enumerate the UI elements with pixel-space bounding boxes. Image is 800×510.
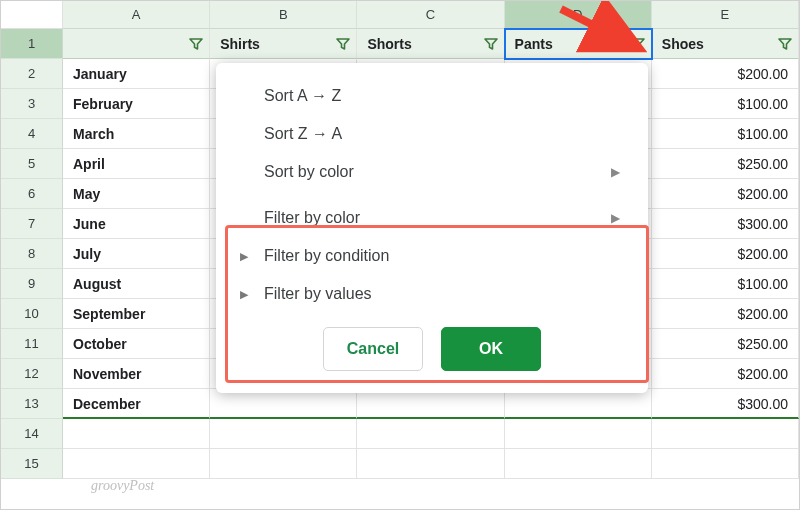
cell[interactable] <box>505 449 652 479</box>
cell-value[interactable]: $200.00 <box>652 59 799 89</box>
cell-month[interactable]: February <box>63 89 210 119</box>
cell-value[interactable]: $200.00 <box>652 239 799 269</box>
menu-sort-a-z[interactable]: Sort A → Z <box>216 77 648 115</box>
cell-month[interactable]: January <box>63 59 210 89</box>
cell[interactable] <box>357 419 504 449</box>
menu-actions: Cancel OK <box>216 313 648 375</box>
filter-icon[interactable] <box>631 38 645 50</box>
table-row: 14 <box>1 419 799 449</box>
row-header[interactable]: 6 <box>1 179 63 209</box>
header-pants: Pants <box>515 36 553 52</box>
cell[interactable] <box>357 389 504 419</box>
menu-sort-by-color[interactable]: Sort by color ▶ <box>216 153 648 191</box>
cell-D1[interactable]: Pants <box>505 29 652 59</box>
menu-filter-by-values[interactable]: ▶ Filter by values <box>216 275 648 313</box>
cell-month[interactable]: March <box>63 119 210 149</box>
cell[interactable] <box>210 389 357 419</box>
cell-value[interactable]: $100.00 <box>652 89 799 119</box>
table-row: 15 <box>1 449 799 479</box>
column-headers-row: A B C D E <box>1 1 799 29</box>
cell[interactable] <box>210 419 357 449</box>
menu-label: Filter by condition <box>264 247 389 265</box>
filter-menu: Sort A → Z Sort Z → A Sort by color ▶ Fi… <box>216 63 648 393</box>
cell-E1[interactable]: Shoes <box>652 29 799 59</box>
cell[interactable] <box>652 449 799 479</box>
row-header[interactable]: 5 <box>1 149 63 179</box>
cell-month[interactable]: August <box>63 269 210 299</box>
cell-month[interactable]: June <box>63 209 210 239</box>
row-header[interactable]: 15 <box>1 449 63 479</box>
cell-month[interactable]: November <box>63 359 210 389</box>
row-header[interactable]: 3 <box>1 89 63 119</box>
header-shirts: Shirts <box>220 36 260 52</box>
cell-C1[interactable]: Shorts <box>357 29 504 59</box>
cell-A1[interactable] <box>63 29 210 59</box>
row-header[interactable]: 10 <box>1 299 63 329</box>
row-header[interactable]: 8 <box>1 239 63 269</box>
col-header-B[interactable]: B <box>210 1 357 29</box>
row-header[interactable]: 9 <box>1 269 63 299</box>
row-header[interactable]: 14 <box>1 419 63 449</box>
submenu-arrow-icon: ▶ <box>611 165 620 179</box>
row-header[interactable]: 12 <box>1 359 63 389</box>
filter-icon[interactable] <box>778 38 792 50</box>
filter-icon[interactable] <box>336 38 350 50</box>
col-header-D[interactable]: D <box>505 1 652 29</box>
menu-filter-by-color[interactable]: Filter by color ▶ <box>216 199 648 237</box>
submenu-arrow-icon: ▶ <box>611 211 620 225</box>
expand-arrow-icon: ▶ <box>240 250 248 263</box>
menu-sort-z-a[interactable]: Sort Z → A <box>216 115 648 153</box>
menu-separator <box>216 191 648 199</box>
cell[interactable] <box>505 389 652 419</box>
cell-month[interactable]: September <box>63 299 210 329</box>
filter-icon[interactable] <box>189 38 203 50</box>
cell[interactable] <box>505 419 652 449</box>
col-header-A[interactable]: A <box>63 1 210 29</box>
cell[interactable] <box>652 419 799 449</box>
cell-value[interactable]: $200.00 <box>652 299 799 329</box>
cell-value[interactable]: $100.00 <box>652 269 799 299</box>
select-all-corner[interactable] <box>1 1 63 29</box>
menu-filter-by-condition[interactable]: ▶ Filter by condition <box>216 237 648 275</box>
header-shorts: Shorts <box>367 36 411 52</box>
row-header[interactable]: 11 <box>1 329 63 359</box>
cell-B1[interactable]: Shirts <box>210 29 357 59</box>
row-header[interactable]: 13 <box>1 389 63 419</box>
watermark: groovyPost <box>91 478 154 494</box>
menu-label: Filter by color <box>264 209 360 227</box>
col-header-E[interactable]: E <box>652 1 799 29</box>
menu-label: Sort Z → A <box>264 125 342 143</box>
row-header[interactable]: 4 <box>1 119 63 149</box>
cell[interactable] <box>210 449 357 479</box>
cell-value[interactable]: $250.00 <box>652 149 799 179</box>
menu-label: Sort A → Z <box>264 87 341 105</box>
ok-button[interactable]: OK <box>441 327 541 371</box>
cell-value[interactable]: $200.00 <box>652 359 799 389</box>
row-header[interactable]: 2 <box>1 59 63 89</box>
cell[interactable] <box>63 419 210 449</box>
cell-value[interactable]: $300.00 <box>652 389 799 419</box>
col-header-C[interactable]: C <box>357 1 504 29</box>
cell-value[interactable]: $250.00 <box>652 329 799 359</box>
header-shoes: Shoes <box>662 36 704 52</box>
cancel-button[interactable]: Cancel <box>323 327 423 371</box>
row-header[interactable]: 7 <box>1 209 63 239</box>
cell-month[interactable]: October <box>63 329 210 359</box>
cell-value[interactable]: $100.00 <box>652 119 799 149</box>
cell[interactable] <box>357 449 504 479</box>
cell[interactable] <box>63 449 210 479</box>
filter-icon[interactable] <box>484 38 498 50</box>
row-header-1[interactable]: 1 <box>1 29 63 59</box>
cell-month[interactable]: May <box>63 179 210 209</box>
cell-month[interactable]: April <box>63 149 210 179</box>
cell-month[interactable]: July <box>63 239 210 269</box>
menu-label: Sort by color <box>264 163 354 181</box>
cell-month[interactable]: December <box>63 389 210 419</box>
table-row: 13 December $300.00 <box>1 389 799 419</box>
cell-value[interactable]: $200.00 <box>652 179 799 209</box>
menu-label: Filter by values <box>264 285 372 303</box>
expand-arrow-icon: ▶ <box>240 288 248 301</box>
cell-value[interactable]: $300.00 <box>652 209 799 239</box>
table-header-row: 1 Shirts Shorts Pants <box>1 29 799 59</box>
